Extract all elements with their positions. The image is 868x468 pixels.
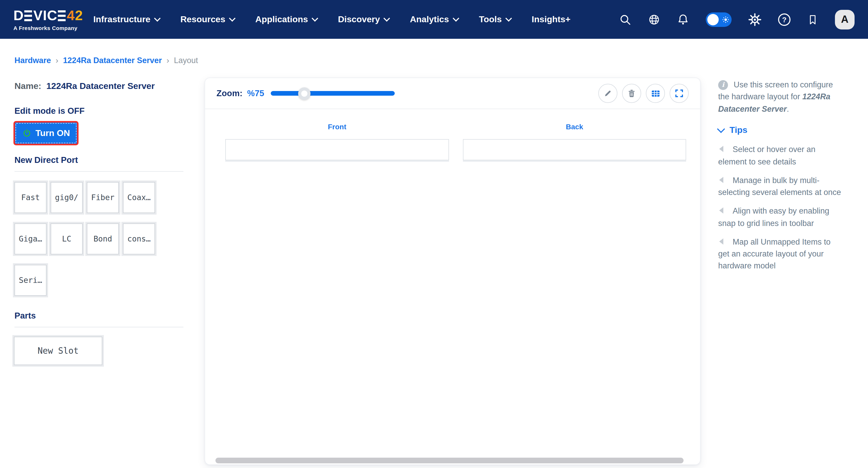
- menu-applications[interactable]: Applications: [255, 14, 317, 25]
- menu-label: Tools: [479, 14, 502, 25]
- menu-label: Insights+: [532, 14, 570, 25]
- tips-section-toggle[interactable]: Tips: [718, 124, 854, 137]
- chevron-down-icon: [505, 15, 512, 22]
- grid-toggle-button[interactable]: [646, 84, 665, 103]
- device42-logo[interactable]: DEVICE42 A Freshworks Company: [13, 9, 83, 31]
- port-tile-serial[interactable]: Seri…: [14, 265, 46, 296]
- fullscreen-button[interactable]: [670, 84, 689, 103]
- device-name-value: 1224Ra Datacenter Server: [46, 81, 155, 91]
- back-label: Back: [463, 122, 686, 131]
- chevron-down-icon: [383, 15, 390, 22]
- power-icon: [22, 128, 31, 138]
- port-tile-cons[interactable]: cons…: [123, 224, 155, 255]
- turn-on-button[interactable]: Turn ON: [13, 121, 79, 145]
- toggle-knob: [707, 14, 719, 25]
- info-icon: i: [718, 80, 728, 90]
- layout-canvas: Front Back: [205, 109, 700, 465]
- search-icon[interactable]: [619, 13, 631, 26]
- port-tile-giga[interactable]: Giga…: [14, 224, 46, 255]
- globe-icon[interactable]: [648, 13, 660, 26]
- navbar-actions: ? A: [619, 9, 855, 29]
- chevron-down-icon: [229, 15, 235, 22]
- info-paragraph: iUse this screen to configure the hardwa…: [718, 79, 854, 115]
- tip-item: Manage in bulk by multi- selecting sever…: [718, 174, 854, 198]
- info-glyph: i: [722, 80, 724, 90]
- menu-label: Applications: [255, 14, 308, 25]
- tip-text: Align with easy by enabling snap to grid…: [718, 207, 829, 228]
- breadcrumb-device[interactable]: 1224Ra Datacenter Server: [63, 56, 162, 65]
- menu-insights-plus[interactable]: Insights+: [532, 14, 570, 25]
- breadcrumb: Hardware › 1224Ra Datacenter Server › La…: [14, 56, 198, 65]
- delete-trash-button[interactable]: [622, 84, 641, 103]
- logo-part: 4: [67, 8, 75, 24]
- turn-on-label: Turn ON: [35, 128, 70, 138]
- logo-bar-e: E: [24, 9, 33, 23]
- notifications-bell-icon[interactable]: [677, 13, 689, 26]
- menu-resources[interactable]: Resources: [180, 14, 235, 25]
- port-tile-fast[interactable]: Fast: [14, 182, 46, 213]
- menu-discovery[interactable]: Discovery: [338, 14, 389, 25]
- divider: [14, 327, 183, 327]
- triangle-bullet-icon: [719, 146, 723, 152]
- help-icon[interactable]: ?: [778, 13, 790, 26]
- zoom-slider[interactable]: [271, 91, 395, 96]
- new-direct-port-heading: New Direct Port: [14, 155, 78, 165]
- port-tile-lc[interactable]: LC: [51, 224, 83, 255]
- canvas-toolbar: Zoom: %75: [205, 78, 700, 109]
- breadcrumb-separator: ›: [167, 56, 169, 65]
- user-avatar[interactable]: A: [835, 9, 855, 29]
- triangle-bullet-icon: [719, 177, 723, 183]
- zoom-slider-thumb[interactable]: [298, 87, 311, 99]
- device42-logo-text: DEVICE42: [13, 9, 83, 23]
- theme-toggle[interactable]: [706, 12, 732, 27]
- logo-bar-e: E: [57, 9, 67, 23]
- triangle-bullet-icon: [719, 238, 723, 244]
- front-face-rect[interactable]: [225, 139, 449, 160]
- chevron-down-icon: [312, 15, 318, 22]
- menu-label: Analytics: [410, 14, 449, 25]
- zoom-label: Zoom:: [216, 88, 243, 98]
- bookmark-icon[interactable]: [807, 14, 818, 25]
- settings-gear-icon[interactable]: [748, 13, 762, 26]
- tip-item: Map all Unmapped Items to get an accurat…: [718, 236, 854, 272]
- port-tile-coax[interactable]: Coax…: [123, 182, 155, 213]
- tip-text: Select or hover over an element to see d…: [718, 145, 815, 166]
- menu-analytics[interactable]: Analytics: [410, 14, 458, 25]
- top-navbar: DEVICE42 A Freshworks Company Infrastruc…: [0, 0, 868, 39]
- new-slot-tile[interactable]: New Slot: [14, 337, 102, 365]
- menu-infrastructure[interactable]: Infrastructure: [93, 14, 160, 25]
- name-label: Name:: [14, 81, 41, 91]
- logo-part: D: [13, 8, 24, 24]
- zoom-value: %75: [247, 88, 264, 98]
- tip-text: Map all Unmapped Items to get an accurat…: [718, 237, 831, 270]
- horizontal-scrollbar[interactable]: [215, 458, 684, 463]
- tip-item: Align with easy by enabling snap to grid…: [718, 205, 854, 229]
- breadcrumb-hardware[interactable]: Hardware: [14, 56, 51, 65]
- tip-item: Select or hover over an element to see d…: [718, 144, 854, 168]
- help-glyph: ?: [782, 15, 786, 24]
- canvas-actions: [598, 84, 689, 103]
- logo-part: VIC: [33, 8, 57, 24]
- edit-pencil-button[interactable]: [598, 84, 617, 103]
- back-face-rect[interactable]: [463, 139, 686, 160]
- main-menu: Infrastructure Resources Applications Di…: [93, 14, 570, 25]
- menu-label: Infrastructure: [93, 14, 150, 25]
- breadcrumb-current-layout: Layout: [174, 56, 198, 65]
- menu-label: Discovery: [338, 14, 380, 25]
- tips-panel: iUse this screen to configure the hardwa…: [718, 79, 854, 272]
- logo-part: 2: [75, 8, 83, 24]
- chevron-down-icon: [717, 125, 725, 133]
- front-label: Front: [225, 122, 449, 131]
- sun-icon: [722, 16, 729, 23]
- divider: [14, 171, 183, 172]
- triangle-bullet-icon: [719, 208, 723, 214]
- port-tile-fiber[interactable]: Fiber: [87, 182, 119, 213]
- port-tile-bond[interactable]: Bond: [87, 224, 119, 255]
- menu-tools[interactable]: Tools: [479, 14, 511, 25]
- logo-subtitle: A Freshworks Company: [13, 26, 83, 31]
- device-name-line: Name: 1224Ra Datacenter Server: [14, 81, 155, 91]
- tip-text: Manage in bulk by multi- selecting sever…: [718, 176, 841, 197]
- edit-mode-status: Edit mode is OFF: [14, 106, 85, 116]
- trash-icon: [627, 88, 637, 98]
- port-tile-gig0[interactable]: gig0/: [51, 182, 83, 213]
